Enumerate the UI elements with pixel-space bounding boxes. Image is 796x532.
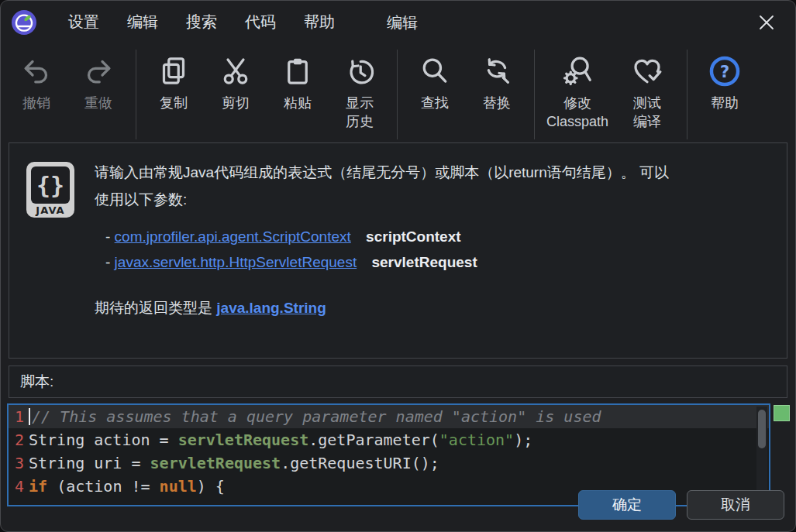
cancel-button[interactable]: 取消 [687, 490, 784, 520]
classpath-gear-magnifier-icon [562, 53, 593, 90]
code-token-keyword: if [29, 477, 47, 496]
code-token-plain: ); [514, 431, 532, 449]
close-icon [757, 13, 776, 32]
replace-icon [481, 53, 512, 90]
cut-scissors-icon [220, 53, 251, 90]
code-token-param: servletRequest [150, 454, 281, 472]
help-button[interactable]: ? 帮助 [694, 43, 756, 112]
scriptcontext-type-link[interactable]: com.jprofiler.api.agent.ScriptContext [115, 228, 351, 245]
window-title: 编辑 [387, 12, 418, 33]
modify-classpath-button[interactable]: 修改 Classpath [541, 43, 614, 131]
line-number: 3 [15, 451, 29, 475]
servletrequest-type-link[interactable]: javax.servlet.http.HttpServletRequest [115, 254, 357, 270]
menu-bar: 设置 编辑 搜索 代码 帮助 [54, 7, 349, 37]
code-token-string: "action" [439, 431, 514, 449]
code-area: 1// This assumes that a query parameter … [9, 405, 769, 498]
menu-edit[interactable]: 编辑 [113, 7, 172, 37]
help-question-icon: ? [708, 53, 741, 90]
paste-button[interactable]: 粘贴 [267, 43, 329, 112]
history-clock-icon [344, 53, 375, 90]
line-number: 1 [15, 405, 29, 428]
line-number: 4 [15, 475, 29, 498]
code-token-param: servletRequest [178, 431, 309, 449]
compile-status-indicator [774, 405, 790, 421]
line-number: 2 [15, 428, 29, 451]
return-type-link[interactable]: java.lang.String [216, 300, 326, 316]
info-text: 请输入由常规Java代码组成的表达式（结尾无分号）或脚本（以return语句结尾… [95, 159, 669, 342]
redo-button[interactable]: 重做 [67, 43, 129, 112]
code-line[interactable]: 1// This assumes that a query parameter … [9, 405, 769, 428]
text-caret [29, 408, 30, 425]
intro-line-1: 请输入由常规Java代码组成的表达式（结尾无分号）或脚本（以return语句结尾… [95, 159, 669, 186]
code-token-keyword: null [160, 477, 197, 496]
find-magnifier-icon [419, 53, 450, 90]
code-line[interactable]: 2String action = servletRequest.getParam… [9, 428, 769, 451]
scrollbar-thumb[interactable] [758, 410, 766, 448]
toolbar-separator [687, 50, 687, 139]
menu-code[interactable]: 代码 [231, 7, 290, 37]
parameter-row: - com.jprofiler.api.agent.ScriptContext … [105, 224, 669, 249]
toolbar-separator [397, 50, 398, 139]
find-button[interactable]: 查找 [404, 43, 466, 112]
info-panel: {} JAVA 请输入由常规Java代码组成的表达式（结尾无分号）或脚本（以re… [9, 142, 787, 359]
replace-button[interactable]: 替换 [466, 43, 528, 112]
editor-scrollbar[interactable] [756, 407, 767, 503]
close-button[interactable] [755, 11, 778, 34]
parameter-list: - com.jprofiler.api.agent.ScriptContext … [95, 224, 669, 275]
redo-icon [83, 53, 114, 90]
intro-line-2: 使用以下参数: [95, 186, 669, 213]
paste-clipboard-icon [282, 53, 313, 90]
script-label-strip: 脚本: [9, 366, 787, 398]
parameter-name: scriptContext [366, 228, 460, 245]
dialog-buttons: 确定 取消 [578, 490, 784, 520]
code-token-plain: .getRequestURI(); [281, 454, 439, 472]
cut-button[interactable]: 剪切 [205, 43, 267, 112]
parameter-name: servletRequest [371, 254, 477, 270]
code-line[interactable]: 3String uri = servletRequest.getRequestU… [9, 451, 769, 475]
toolbar: 撤销 重做 复制 剪切 粘贴 [1, 43, 795, 142]
svg-text:{}: {} [36, 172, 64, 199]
java-icon: {} JAVA [26, 162, 74, 218]
ok-button[interactable]: 确定 [578, 490, 676, 520]
menu-help[interactable]: 帮助 [290, 7, 349, 37]
test-compile-button[interactable]: 测试 编译 [614, 43, 681, 131]
svg-text:?: ? [720, 63, 729, 81]
menu-search[interactable]: 搜索 [172, 7, 231, 37]
code-token-plain: .getParameter( [308, 431, 439, 449]
toolbar-separator [136, 50, 136, 139]
toolbar-separator [534, 50, 535, 139]
undo-icon [21, 53, 52, 90]
parameter-row: - javax.servlet.http.HttpServletRequest … [105, 249, 669, 275]
return-type-line: 期待的返回类型是 java.lang.String [95, 294, 669, 321]
code-token-plain: (action != [47, 477, 160, 496]
code-token-plain: String uri = [29, 454, 150, 472]
code-token-plain: String action = [29, 431, 178, 449]
menu-settings[interactable]: 设置 [54, 7, 113, 37]
svg-text:JAVA: JAVA [35, 204, 64, 216]
copy-button[interactable]: 复制 [143, 43, 205, 112]
heart-check-icon [632, 53, 663, 90]
code-token-comment: // This assumes that a query parameter n… [32, 407, 601, 426]
code-token-plain: ) { [197, 477, 225, 496]
script-label: 脚本: [20, 372, 53, 392]
show-history-button[interactable]: 显示 历史 [329, 43, 391, 131]
jprofiler-logo-icon [11, 9, 37, 36]
copy-icon [158, 53, 189, 90]
title-bar: 设置 编辑 搜索 代码 帮助 编辑 [1, 1, 795, 43]
edit-script-dialog: 设置 编辑 搜索 代码 帮助 编辑 撤销 重做 [0, 0, 796, 532]
undo-button[interactable]: 撤销 [5, 43, 67, 112]
